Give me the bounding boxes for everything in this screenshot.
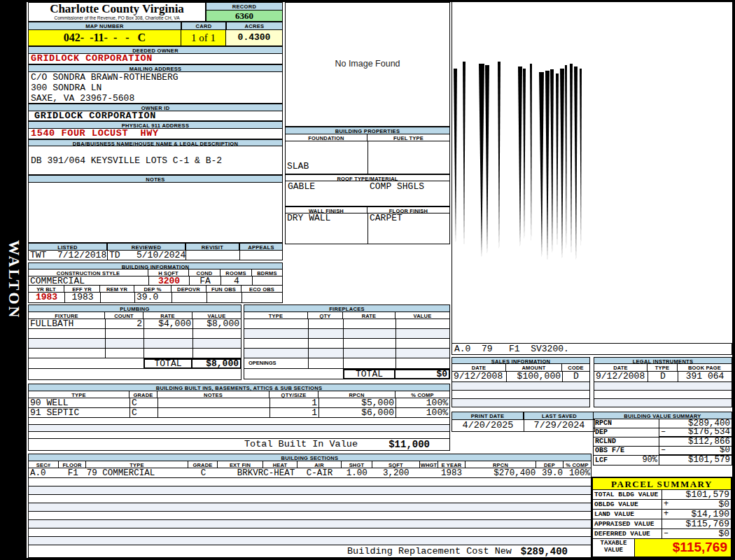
card-label: CARD	[181, 22, 226, 30]
bvs-row: OBS F/E – $0	[593, 447, 732, 456]
building-sections-footer: Building Replacement Cost New $289,400	[28, 545, 592, 558]
roof-values: GABLE COMP SHGLS	[285, 181, 450, 206]
listed-value: TWT 7/12/2018	[28, 251, 107, 260]
effyr-label: EFF YR	[64, 286, 100, 293]
remyr-label: REM YR	[100, 286, 134, 293]
acres-value: 0.4300	[226, 30, 283, 46]
plumbing-title: PLUMBING	[28, 304, 241, 312]
cond-label: COND	[189, 270, 220, 276]
parcel-summary-title: PARCEL SUMMARY	[593, 478, 731, 490]
fireplaces-total-value: $0	[396, 369, 450, 379]
taxable-value: $115,769	[635, 539, 731, 556]
sketch-drawing	[452, 2, 733, 343]
bvs-row: LCF 90% $101,579	[593, 456, 732, 465]
property-photo-panel: No Image Found	[285, 2, 450, 127]
roof-material-value: COMP SHGLS	[370, 182, 424, 192]
card-value: 1 of 1	[181, 30, 226, 46]
floor-finish-value: CARPET	[368, 214, 450, 244]
bi-comp-label: % COMP	[396, 391, 450, 398]
depovr-label: DEPOVR	[172, 286, 206, 293]
parcel-row: DEFERRED VALUE – $0	[593, 529, 731, 539]
sales-title: SALES INFORMATION	[451, 357, 590, 364]
plumbing-total-value: $8,000	[192, 358, 241, 369]
legal-date-label: DATE	[594, 364, 648, 372]
openings-value	[308, 358, 343, 369]
legal-bookpage-label: BOOK PAGE	[678, 364, 732, 372]
county-title: Charlotte County Virginia	[29, 3, 205, 15]
bs-type-label: TYPE	[86, 461, 188, 468]
parcel-row: APPRAISED VALUE $115,769	[593, 519, 731, 529]
bs-floor-label: FLOOR	[59, 461, 86, 468]
bvs-row: DEP – $176,534	[593, 428, 732, 438]
legal-title: LEGAL INSTRUMENTS	[594, 357, 732, 364]
fuel-type-value	[368, 141, 450, 174]
roof-type-label: ROOF TYPE/MATERIAL	[285, 174, 450, 181]
listed-label: LISTED	[28, 243, 107, 251]
bs-empty-row	[28, 503, 592, 512]
bs-rpcn-label: RPCN	[465, 461, 536, 468]
bs-grade-label: GRADE	[188, 461, 218, 468]
building-sections-title: BUILDING SECTIONS	[28, 454, 592, 461]
taxable-value-row: TAXABLE VALUE $115,769	[593, 539, 731, 556]
plumbing-fixture: FULLBATH	[28, 319, 105, 329]
sales-empty-row	[451, 382, 590, 390]
fireplaces-total-row: TOTAL $0	[244, 369, 450, 379]
fireplaces-openings-row: OPENINGS	[244, 358, 450, 369]
sales-amount-label: AMOUNT	[506, 364, 562, 372]
parcel-row: TOTAL BLDG VALUE $101,579	[593, 490, 731, 500]
built-ins-empty-row	[28, 418, 450, 425]
appeals-value	[239, 251, 283, 260]
county-subtitle: Commissioner of the Revenue, PO Box 308,…	[29, 15, 205, 20]
bdrms-label: BDRMS	[252, 270, 283, 276]
building-properties-title: BUILDING PROPERTIES	[285, 127, 450, 134]
openings-label: OPENINGS	[244, 358, 308, 369]
bi-grade-label: GRADE	[130, 391, 158, 398]
record-label: RECORD	[206, 2, 283, 10]
replacement-cost-label: Building Replacement Cost New	[347, 547, 512, 556]
legal-row: 9/12/2008 D 391 064	[594, 372, 732, 382]
physical-address-value: 1540 FOUR LOCUST HWY	[28, 129, 283, 139]
legal-empty-row	[594, 398, 732, 407]
sketch-label: A.0 79 F1 SV3200.	[451, 343, 732, 355]
fireplaces-table: FIREPLACES TYPE QTY RATE VALUE OPENINGS …	[244, 304, 450, 379]
hsqft-label: H SQFT	[148, 270, 189, 276]
plumbing-count: 2	[105, 319, 144, 329]
reviewed-value: TD 5/10/2024	[107, 251, 186, 260]
print-date-label: PRINT DATE	[451, 412, 524, 420]
fixture-label: FIXTURE	[28, 312, 105, 319]
built-ins-empty-row	[28, 432, 450, 439]
hsqft-value: 3200	[148, 276, 189, 286]
plumbing-table: PLUMBING FIXTURE COUNT RATE VALUE FULLBA…	[28, 304, 241, 380]
bi-type-label: TYPE	[28, 391, 130, 398]
plumbing-total-row: TOTAL $8,000	[28, 358, 241, 369]
plumbing-empty-row	[28, 329, 241, 339]
fireplaces-total-label: TOTAL	[343, 369, 396, 379]
bvs-row: RPCN $289,400	[593, 419, 732, 428]
map-number-label: MAP NUMBER	[28, 22, 181, 30]
wall-finish-value: DRY WALL	[285, 214, 368, 244]
fp-qty-label: QTY	[308, 312, 343, 319]
mailing-address-label: MAILING ADDRESS	[28, 64, 283, 72]
bvs-row: RCLND $112,866	[593, 438, 732, 447]
construction-style-value: COMMERCIAL	[28, 276, 148, 286]
depovr-value	[172, 293, 206, 303]
legal-empty-row	[594, 390, 732, 398]
built-ins-table: BUILDING BUILT INS, BASEMENTS, ATTICS & …	[28, 384, 450, 451]
building-sections-table: BUILDING SECTIONS SEC# FLOOR TYPE GRADE …	[28, 454, 592, 558]
bs-air-label: AIR	[298, 461, 342, 468]
appeals-label: APPEALS	[239, 243, 283, 251]
county-header: Charlotte County Virginia Commissioner o…	[28, 2, 283, 22]
plumbing-total-label: TOTAL	[144, 358, 192, 369]
built-ins-empty-row	[28, 425, 450, 432]
building-properties-table: BUILDING PROPERTIES FOUNDATION FUEL TYPE…	[285, 127, 450, 244]
effyr-value: 1983	[64, 293, 100, 303]
wall-finish-label: WALL FINISH	[285, 206, 368, 214]
fp-rate-label: RATE	[343, 312, 396, 319]
notes-box	[28, 183, 283, 243]
fireplaces-title: FIREPLACES	[244, 304, 450, 312]
bs-empty-row	[28, 520, 592, 528]
built-ins-total-label: Total Built In Value	[244, 440, 358, 449]
bs-empty-row	[28, 486, 592, 495]
no-image-text: No Image Found	[286, 3, 449, 69]
sales-row: 9/12/2008 $100,000 D	[451, 372, 590, 382]
